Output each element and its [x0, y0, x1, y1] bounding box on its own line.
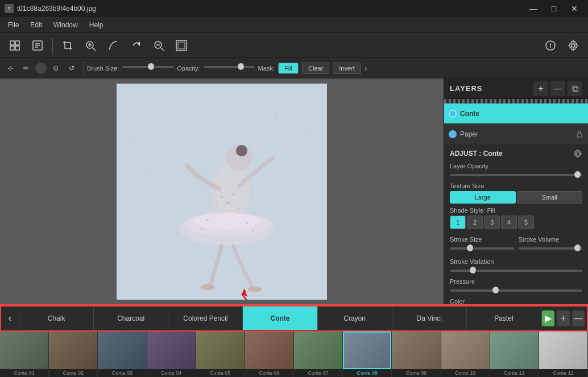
shade-btn-4[interactable]: 4	[501, 216, 517, 229]
stroke-size-label: Stroke Size	[450, 236, 514, 243]
svg-rect-0	[10, 41, 14, 45]
tb-info-button[interactable]: i	[540, 35, 561, 56]
shade-btn-5[interactable]: 5	[518, 216, 534, 229]
tab-crayon[interactable]: Crayon	[318, 306, 392, 330]
canvas-wrapper	[0, 78, 444, 304]
opacity-slider[interactable]	[204, 63, 255, 73]
add-layer-button[interactable]: +	[533, 81, 548, 96]
layer-paper-name: Paper	[460, 130, 572, 138]
content-area: LAYERS + — ⧉ Conte Paper	[0, 78, 588, 304]
layer-conte-row[interactable]: Conte	[444, 103, 588, 124]
duplicate-layer-button[interactable]: ⧉	[568, 81, 582, 96]
thumb-conte01[interactable]: Conte 01	[0, 332, 49, 377]
tab-colored-pencil[interactable]: Colored Pencil	[168, 306, 243, 330]
tb-curve-button[interactable]	[103, 35, 123, 56]
tb-button-0[interactable]	[5, 35, 25, 56]
tab-davinci[interactable]: Da Vinci	[392, 306, 467, 330]
thumb-conte04[interactable]: Conte 04	[147, 332, 196, 377]
svg-point-29	[309, 134, 311, 135]
menu-file[interactable]: File	[2, 19, 24, 31]
thumb-conte05[interactable]: Conte 05	[196, 332, 245, 377]
shade-btn-3[interactable]: 3	[484, 216, 500, 229]
thumb-label-conte02: Conte 02	[49, 369, 97, 377]
large-btn[interactable]: Large	[450, 191, 516, 204]
app: T t01c88a263b9f4e4b00.jpg — □ ✕ File Edi…	[0, 0, 588, 377]
stroke-volume-slider[interactable]	[519, 245, 583, 252]
stroke-volume-label: Stroke Volume	[519, 236, 583, 243]
fill-button[interactable]: Fill	[278, 63, 299, 74]
target-tool-button[interactable]: ⊙	[49, 61, 63, 75]
thumb-conte12[interactable]: Conte 12	[539, 332, 588, 377]
tb-button-1[interactable]	[27, 35, 48, 56]
svg-point-42	[232, 193, 234, 196]
thumb-conte02[interactable]: Conte 02	[49, 332, 98, 377]
menu-edit[interactable]: Edit	[24, 19, 48, 31]
invert-button[interactable]: Invert	[333, 63, 361, 74]
thumb-conte09[interactable]: Conte 09	[392, 332, 441, 377]
tb-zoom-fit-button[interactable]	[80, 35, 101, 56]
style-tabs-scroll-left[interactable]: ‹	[1, 306, 19, 331]
rotate-tool-button[interactable]: ↺	[65, 61, 78, 75]
move-tool-button[interactable]: ⊹	[3, 61, 17, 75]
menu-help[interactable]: Help	[84, 19, 109, 31]
close-button[interactable]: ✕	[565, 3, 583, 14]
stroke-variation-slider[interactable]	[450, 267, 582, 275]
thumb-img-conte08	[343, 332, 391, 369]
thumb-conte10[interactable]: Conte 10	[441, 332, 490, 377]
svg-rect-17	[178, 42, 185, 49]
tb-settings-button[interactable]	[563, 35, 583, 56]
mask-more-button[interactable]: ›	[365, 64, 367, 73]
thumb-conte03[interactable]: Conte 03	[98, 332, 147, 377]
right-panel: LAYERS + — ⧉ Conte Paper	[444, 78, 588, 304]
minimize-button[interactable]: —	[524, 3, 543, 14]
shade-btn-2[interactable]: 2	[467, 216, 483, 229]
brush-size-slider[interactable]	[122, 63, 173, 73]
shade-buttons: 1 2 3 4 5	[450, 216, 582, 229]
thumb-conte11[interactable]: Conte 11	[490, 332, 539, 377]
thumb-conte08[interactable]: Conte 08	[343, 332, 392, 377]
stroke-volume-col: Stroke Volume	[519, 233, 583, 255]
layer-paper-row[interactable]: Paper	[444, 124, 588, 144]
thumb-conte06[interactable]: Conte 06	[245, 332, 294, 377]
remove-style-button[interactable]: —	[572, 310, 585, 326]
shade-btn-1[interactable]: 1	[450, 216, 466, 229]
canvas-image[interactable]	[117, 84, 327, 300]
pressure-slider[interactable]	[450, 287, 582, 295]
tb-frame-button[interactable]	[171, 35, 192, 56]
layer-paper-visibility-dot[interactable]	[449, 130, 457, 138]
layer-opacity-label: Layer Opacity	[450, 163, 582, 169]
play-button[interactable]: ▶	[542, 310, 554, 326]
thumb-label-conte03: Conte 03	[98, 369, 146, 377]
adjust-settings-icon[interactable]	[573, 149, 582, 158]
svg-point-23	[162, 100, 163, 101]
menu-window[interactable]: Window	[48, 19, 84, 31]
svg-marker-12	[137, 42, 140, 46]
svg-line-9	[93, 48, 96, 51]
tab-pastel[interactable]: Pastel	[467, 306, 541, 330]
circle-tool-button[interactable]	[35, 63, 47, 74]
tb-redo-button[interactable]	[126, 35, 146, 56]
tb-crop-button[interactable]	[57, 35, 78, 56]
stroke-size-slider[interactable]	[450, 245, 514, 252]
small-btn[interactable]: Small	[517, 191, 583, 204]
artwork-display	[117, 84, 327, 300]
thumb-label-conte10: Conte 10	[441, 369, 490, 377]
tab-charcoal[interactable]: Charcoal	[94, 306, 168, 330]
thumb-label-conte05: Conte 05	[196, 369, 245, 377]
svg-point-38	[201, 284, 214, 290]
eyedropper-tool-button[interactable]: ✏	[19, 61, 33, 75]
style-tabs-container: ‹ Chalk Charcoal Colored Pencil Conte Cr…	[0, 304, 588, 332]
thumb-label-conte08: Conte 08	[343, 369, 391, 377]
tb-zoom-out-button[interactable]	[148, 35, 169, 56]
tab-chalk[interactable]: Chalk	[19, 306, 94, 330]
clear-button[interactable]: Clear	[302, 63, 329, 74]
thumb-conte07[interactable]: Conte 07	[294, 332, 343, 377]
layer-opacity-slider[interactable]	[450, 171, 582, 179]
thumb-label-conte11: Conte 11	[490, 369, 539, 377]
remove-layer-button[interactable]: —	[550, 81, 565, 96]
tab-conte[interactable]: Conte	[243, 306, 317, 330]
layer-visibility-dot[interactable]	[449, 110, 457, 118]
add-style-button[interactable]: +	[557, 310, 569, 326]
maximize-button[interactable]: □	[545, 3, 563, 14]
thumb-img-conte07	[294, 332, 342, 369]
